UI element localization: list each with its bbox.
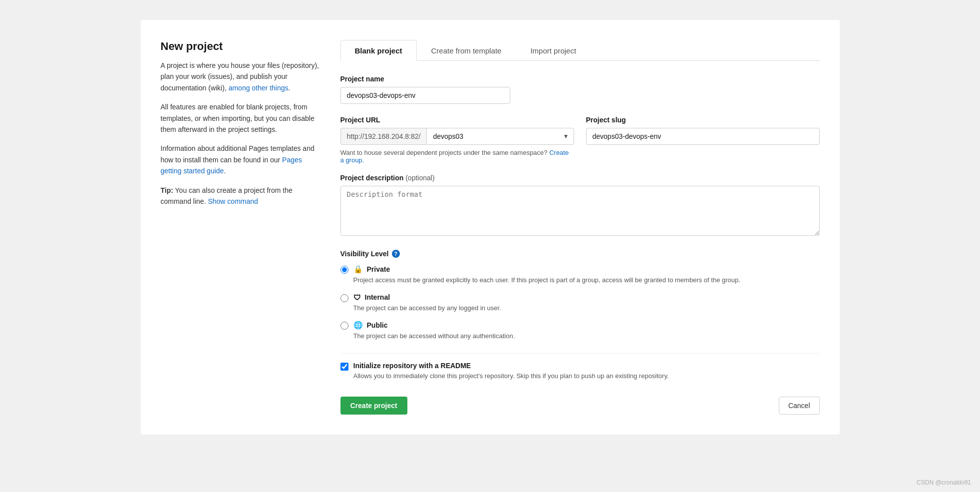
tabs-bar: Blank project Create from template Impor… <box>340 40 820 61</box>
visibility-radio-group: 🔒 Private Project access must be granted… <box>340 265 820 341</box>
sidebar-desc2: All features are enabled for blank proje… <box>161 101 321 135</box>
lock-icon: 🔒 <box>353 265 363 274</box>
visibility-internal-content: 🛡 Internal The project can be accessed b… <box>353 293 501 313</box>
visibility-private-radio[interactable] <box>340 266 348 274</box>
shield-icon: 🛡 <box>353 293 361 302</box>
project-name-label: Project name <box>340 75 820 83</box>
page-title: New project <box>161 40 321 53</box>
visibility-internal-item: 🛡 Internal The project can be accessed b… <box>340 293 820 313</box>
visibility-internal-desc: The project can be accessed by any logge… <box>353 303 501 313</box>
globe-icon: 🌐 <box>353 321 363 330</box>
visibility-internal-radio[interactable] <box>340 294 348 302</box>
url-slug-row: Project URL http://192.168.204.8:82/ dev… <box>340 116 820 164</box>
show-command-link[interactable]: Show command <box>208 197 258 205</box>
sidebar-desc3: Information about additional Pages templ… <box>161 143 321 176</box>
project-url-label: Project URL <box>340 116 574 124</box>
visibility-public-item: 🌐 Public The project can be accessed wit… <box>340 321 820 341</box>
url-base: http://192.168.204.8:82/ <box>340 128 427 145</box>
watermark: CSDN @cronaldo91 <box>917 479 971 486</box>
visibility-public-radio[interactable] <box>340 322 348 330</box>
tab-blank-project[interactable]: Blank project <box>340 40 417 61</box>
readme-checkbox[interactable] <box>340 363 348 371</box>
project-url-group: Project URL http://192.168.204.8:82/ dev… <box>340 116 574 164</box>
readme-content: Initialize repository with a README Allo… <box>353 362 669 381</box>
namespace-select[interactable]: devops03 <box>426 128 574 145</box>
tab-create-from-template[interactable]: Create from template <box>417 40 516 61</box>
visibility-private-desc: Project access must be granted explicitl… <box>353 275 740 285</box>
readme-item: Initialize repository with a README Allo… <box>340 362 820 381</box>
project-slug-input[interactable] <box>586 128 820 145</box>
namespace-select-wrapper: devops03 ▼ <box>426 128 574 145</box>
visibility-private-item: 🔒 Private Project access must be granted… <box>340 265 820 285</box>
page-wrapper: New project A project is where you house… <box>141 20 840 435</box>
project-name-input[interactable] <box>340 87 510 104</box>
button-row: Create project Cancel <box>340 397 820 415</box>
cancel-button[interactable]: Cancel <box>779 397 820 415</box>
project-description-label: Project description (optional) <box>340 174 820 182</box>
readme-group: Initialize repository with a README Allo… <box>340 353 820 381</box>
visibility-private-content: 🔒 Private Project access must be granted… <box>353 265 740 285</box>
project-slug-label: Project slug <box>586 116 820 124</box>
main-content: Blank project Create from template Impor… <box>340 40 820 415</box>
readme-title: Initialize repository with a README <box>353 362 669 370</box>
visibility-label: Visibility Level ? <box>340 250 820 258</box>
sidebar-tip: Tip: You can also create a project from … <box>161 185 321 207</box>
readme-desc: Allows you to immediately clone this pro… <box>353 371 669 381</box>
sidebar: New project A project is where you house… <box>161 40 321 415</box>
tab-import-project[interactable]: Import project <box>516 40 591 61</box>
project-description-group: Project description (optional) <box>340 174 820 238</box>
project-slug-group: Project slug <box>586 116 820 145</box>
visibility-public-content: 🌐 Public The project can be accessed wit… <box>353 321 515 341</box>
create-project-button[interactable]: Create project <box>340 397 407 415</box>
url-hint: Want to house several dependent projects… <box>340 149 574 164</box>
among-other-things-link[interactable]: among other things <box>229 84 289 92</box>
help-icon[interactable]: ? <box>392 250 400 258</box>
sidebar-desc1: A project is where you house your files … <box>161 60 321 93</box>
visibility-public-desc: The project can be accessed without any … <box>353 331 515 341</box>
visibility-group: Visibility Level ? 🔒 Private Project acc… <box>340 250 820 341</box>
project-description-textarea[interactable] <box>340 186 820 236</box>
url-row: http://192.168.204.8:82/ devops03 ▼ <box>340 128 574 145</box>
project-name-group: Project name <box>340 75 820 104</box>
